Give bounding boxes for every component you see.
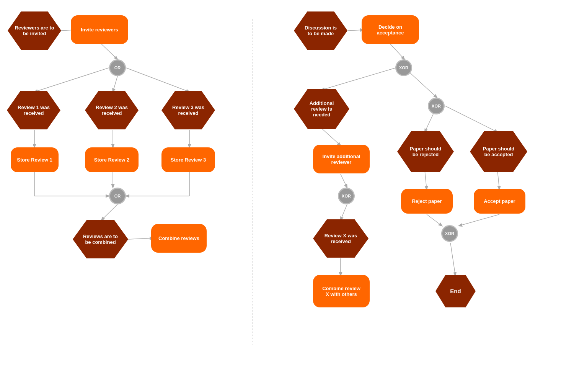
combine-reviewX-task: Combine reviewX with others <box>313 275 370 307</box>
reviews-combined-hex: Reviews are tobe combined <box>73 220 128 258</box>
invite-reviewers-task: Invite reviewers <box>71 15 128 44</box>
store-review1-task: Store Review 1 <box>11 147 59 172</box>
svg-line-4 <box>126 68 189 92</box>
svg-line-25 <box>341 204 347 220</box>
review1-hex: Review 1 wasreceived <box>7 91 60 129</box>
svg-line-17 <box>321 68 396 90</box>
store-review2-task: Store Review 2 <box>85 147 139 172</box>
svg-line-24 <box>341 174 347 188</box>
svg-line-20 <box>445 106 497 132</box>
svg-line-27 <box>427 214 442 226</box>
review2-hex: Review 2 wasreceived <box>85 91 139 129</box>
discussion-hex: Discussion isto be made <box>294 11 347 50</box>
svg-line-2 <box>34 68 109 92</box>
paper-accepted-hex: Paper shouldbe accepted <box>470 131 527 172</box>
invite-additional-task: Invite additionalreviewer <box>313 145 370 173</box>
end-hex: End <box>435 275 476 307</box>
svg-line-3 <box>113 76 117 92</box>
xor-gateway-4: XOR <box>441 225 458 242</box>
svg-line-15 <box>348 30 364 31</box>
accept-paper-task: Accept paper <box>474 189 525 214</box>
review3-hex: Review 3 wasreceived <box>161 91 215 129</box>
decide-acceptance-task: Decide onacceptance <box>362 15 419 44</box>
svg-line-1 <box>101 44 117 59</box>
svg-line-14 <box>128 238 153 239</box>
xor-gateway-2: XOR <box>428 98 445 114</box>
combine-reviews-task: Combine reviews <box>151 224 207 253</box>
paper-rejected-hex: Paper shouldbe rejected <box>397 131 454 172</box>
reviewers-invited-hex: Reviewers are to be invited <box>8 11 61 50</box>
svg-line-13 <box>101 204 117 220</box>
or-gateway-2: OR <box>109 188 126 204</box>
additional-review-hex: Additionalreview isneeded <box>294 89 349 129</box>
svg-line-22 <box>425 170 427 189</box>
svg-line-28 <box>459 214 499 226</box>
reviewX-hex: Review X wasreceived <box>313 219 369 258</box>
or-gateway-1: OR <box>109 59 126 76</box>
svg-line-21 <box>321 128 341 145</box>
xor-gateway-3: XOR <box>338 188 355 204</box>
store-review3-task: Store Review 3 <box>161 147 215 172</box>
svg-line-16 <box>390 44 404 59</box>
xor-gateway-1: XOR <box>395 59 412 76</box>
svg-line-23 <box>497 170 499 189</box>
diagram-container: Reviewers are to be invited Invite revie… <box>0 0 574 392</box>
svg-line-29 <box>450 243 455 276</box>
reject-paper-task: Reject paper <box>401 189 453 214</box>
